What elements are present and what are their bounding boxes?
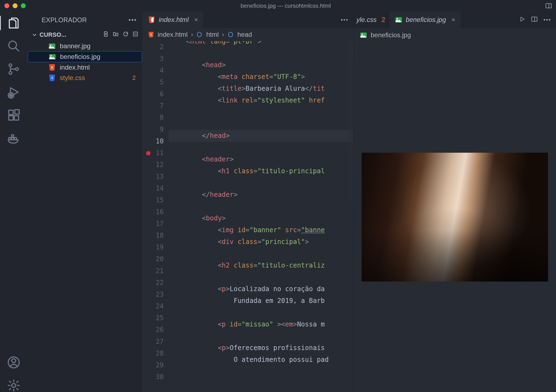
svg-rect-7 xyxy=(14,116,19,120)
html-file-icon: 5 xyxy=(148,16,155,24)
file-name: index.html xyxy=(60,64,90,71)
run-icon[interactable] xyxy=(519,16,525,24)
svg-point-20 xyxy=(50,55,52,56)
breadcrumb-right[interactable]: beneficios.jpg xyxy=(354,28,556,42)
chevron-right-icon: › xyxy=(191,31,193,38)
svg-text:5: 5 xyxy=(151,18,152,21)
chevron-right-icon: › xyxy=(222,31,224,38)
chevron-down-icon xyxy=(32,33,37,37)
svg-point-18 xyxy=(50,44,52,46)
symbol-icon xyxy=(228,31,234,38)
tab-style-css[interactable]: yle.css 2 xyxy=(354,12,389,28)
collapse-icon[interactable] xyxy=(132,31,138,39)
svg-point-15 xyxy=(12,384,16,387)
titlebar: beneficios.jpg — cursohtmlcss.html xyxy=(0,0,556,12)
breadcrumb-file: index.html xyxy=(158,31,188,38)
breadcrumb-file: beneficios.jpg xyxy=(371,31,411,39)
tab-close-icon[interactable]: × xyxy=(194,16,198,24)
window-controls xyxy=(4,3,26,8)
code-editor[interactable]: 2345678910111213141516171819202122232425… xyxy=(142,41,353,392)
html-file-icon: 5 xyxy=(148,31,154,38)
titlebar-right xyxy=(546,3,552,8)
image-preview[interactable] xyxy=(354,42,556,392)
image-file-icon xyxy=(48,42,56,50)
svg-rect-8 xyxy=(15,110,19,114)
editor-group-right: yle.css 2 beneficios.jpg × ••• xyxy=(353,12,556,392)
svg-point-28 xyxy=(362,33,363,35)
maximize-window[interactable] xyxy=(21,3,26,8)
tab-tools-left: ••• xyxy=(336,12,353,28)
sidebar-more-icon[interactable]: ••• xyxy=(129,16,137,24)
tabs-left: 5 index.html × ••• xyxy=(142,12,353,28)
image-file-icon xyxy=(360,31,367,39)
svg-point-14 xyxy=(12,359,16,363)
svg-text:3: 3 xyxy=(51,76,53,79)
vscode-window: beneficios.jpg — cursohtmlcss.html xyxy=(0,0,556,392)
breadcrumb-node: html xyxy=(206,31,219,38)
activity-extensions[interactable] xyxy=(7,109,20,122)
sidebar-title: EXPLORADOR xyxy=(42,16,87,24)
tab-index-html[interactable]: 5 index.html × xyxy=(142,12,204,28)
breadcrumb-node: head xyxy=(237,31,252,38)
breakpoint-icon[interactable] xyxy=(146,151,151,155)
tabs-right: yle.css 2 beneficios.jpg × ••• xyxy=(354,12,556,28)
editor-more-icon[interactable]: ••• xyxy=(543,16,551,23)
tab-tools-right: ••• xyxy=(514,12,556,28)
file-name: banner.jpg xyxy=(60,42,90,50)
file-name: style.css xyxy=(60,74,85,82)
file-style-css[interactable]: 3style.css2 xyxy=(27,73,142,83)
tab-label: beneficios.jpg xyxy=(406,16,446,24)
activity-account[interactable] xyxy=(7,356,20,369)
problems-badge: 2 xyxy=(382,16,385,24)
explorer-sidebar: EXPLORADOR ••• CURSO... banner.jpgbenefi… xyxy=(27,12,142,392)
svg-text:5: 5 xyxy=(51,66,53,69)
svg-rect-5 xyxy=(9,110,13,115)
file-index-html[interactable]: 5index.html xyxy=(27,62,142,73)
svg-point-26 xyxy=(397,18,398,19)
html-file-icon: 5 xyxy=(48,64,56,71)
file-banner-jpg[interactable]: banner.jpg xyxy=(27,41,142,51)
activity-settings[interactable] xyxy=(7,379,20,392)
svg-rect-6 xyxy=(9,116,13,120)
breadcrumb[interactable]: 5 index.html › html › head xyxy=(142,28,353,41)
svg-rect-12 xyxy=(12,135,14,137)
activity-explorer[interactable] xyxy=(7,16,20,30)
split-editor-icon[interactable] xyxy=(531,16,537,23)
editor-area: 5 index.html × ••• 5 index.html › html › xyxy=(142,12,556,392)
workbench: EXPLORADOR ••• CURSO... banner.jpgbenefi… xyxy=(0,12,556,392)
workspace-folder[interactable]: CURSO... xyxy=(27,29,142,40)
preview-image xyxy=(362,153,548,282)
file-tree: banner.jpgbeneficios.jpg5index.html3styl… xyxy=(27,40,142,83)
image-file-icon xyxy=(395,16,402,24)
activity-search[interactable] xyxy=(7,39,20,53)
close-window[interactable] xyxy=(4,3,9,8)
window-title: beneficios.jpg — cursohtmlcss.html xyxy=(26,2,546,9)
symbol-icon xyxy=(196,31,203,38)
refresh-icon[interactable] xyxy=(123,31,129,39)
minimap[interactable] xyxy=(348,41,353,392)
folder-name: CURSO... xyxy=(39,31,66,38)
new-file-icon[interactable] xyxy=(103,31,109,39)
activity-bar xyxy=(0,12,27,392)
layout-icon[interactable] xyxy=(546,3,552,8)
new-folder-icon[interactable] xyxy=(113,31,119,39)
file-beneficios-jpg[interactable]: beneficios.jpg xyxy=(28,51,142,62)
tab-label: yle.css xyxy=(356,16,376,24)
tab-label: index.html xyxy=(159,16,189,24)
code-lines[interactable]: <html lang="pt-br"> <head> <meta charset… xyxy=(169,41,353,392)
activity-docker[interactable] xyxy=(7,132,20,145)
tab-beneficios-jpg[interactable]: beneficios.jpg × xyxy=(389,12,461,28)
activity-run-debug[interactable] xyxy=(7,86,20,99)
css-file-icon: 3 xyxy=(48,74,56,82)
minimize-window[interactable] xyxy=(13,3,18,8)
activity-source-control[interactable] xyxy=(7,63,20,76)
tab-close-icon[interactable]: × xyxy=(452,16,455,24)
editor-more-icon[interactable]: ••• xyxy=(341,16,348,23)
svg-text:5: 5 xyxy=(150,33,152,36)
folder-toolbar xyxy=(103,31,138,39)
image-file-icon xyxy=(49,53,56,61)
file-name: beneficios.jpg xyxy=(60,53,100,61)
editor-group-left: 5 index.html × ••• 5 index.html › html › xyxy=(142,12,353,392)
svg-point-3 xyxy=(16,68,18,70)
line-gutter[interactable]: 2345678910111213141516171819202122232425… xyxy=(142,41,169,392)
